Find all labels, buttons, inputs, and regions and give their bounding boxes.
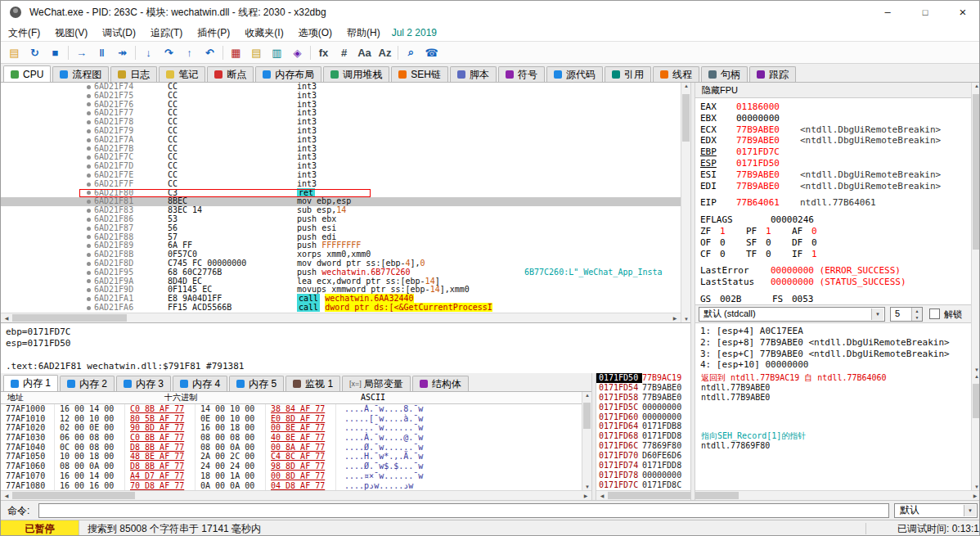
dump-row[interactable]: 77AF103006 00 08 00C0 8B AF 7708 00 08 0…: [1, 433, 582, 443]
pause-button[interactable]: ‖: [92, 43, 112, 62]
breakpoint-gutter[interactable]: [83, 244, 94, 248]
scroll-right-icon[interactable]: ▶: [670, 315, 680, 321]
breakpoint-gutter[interactable]: [83, 227, 94, 231]
restart-button[interactable]: ↻: [25, 43, 45, 62]
scrollbar-thumb[interactable]: [973, 94, 980, 250]
stack-row[interactable]: 0171FD5C00000000: [596, 403, 971, 412]
unlock-checkbox[interactable]: [929, 309, 940, 319]
tab-threads[interactable]: 线程: [653, 66, 699, 82]
calling-convention-select[interactable]: 默认 (stdcall)▼: [699, 307, 885, 322]
maximize-button[interactable]: □: [907, 1, 943, 24]
disasm-row[interactable]: 6AD21F75CCint3: [1, 92, 681, 101]
tab-breakpoints[interactable]: 断点: [207, 66, 254, 82]
stack-pane[interactable]: 0171FD5077B9AC19返回到 ntdll.77B9AC19 自 ntd…: [596, 373, 971, 490]
stack-row[interactable]: 0171FD5477B9ABE0ntdll.77B9ABE0: [596, 383, 971, 393]
disassembly-horizontal-scrollbar[interactable]: ◀ ▶: [1, 313, 681, 322]
tab-call-stack[interactable]: 调用堆栈: [323, 66, 389, 82]
dump-horizontal-scrollbar[interactable]: ◀ ▶: [1, 490, 591, 500]
tab-symbols[interactable]: 符号: [498, 66, 545, 82]
command-script-select[interactable]: 默认▼: [894, 503, 978, 518]
step-back-button[interactable]: ↶: [200, 43, 220, 62]
register-row[interactable]: LastError00000000 (ERROR_SUCCESS): [700, 265, 971, 277]
patches-button[interactable]: ▦: [226, 43, 246, 62]
bottom-tab-memory-1[interactable]: 内存 1: [3, 375, 58, 391]
disassembly-pane[interactable]: 6AD21F74CCint36AD21F75CCint36AD21F76CCin…: [1, 83, 681, 313]
dump-row[interactable]: 77AF102002 00 0E 0090 8D AF 7716 00 18 0…: [1, 423, 582, 433]
register-row[interactable]: EFLAGS00000246: [700, 214, 971, 226]
breakpoint-gutter[interactable]: [83, 129, 94, 133]
register-row[interactable]: EDX77B9ABE0<ntdll.DbgUiRemoteBreakin>: [700, 135, 971, 146]
close-button[interactable]: ×: [945, 1, 980, 24]
menu-trace[interactable]: 追踪(T): [143, 24, 190, 42]
breakpoint-gutter[interactable]: [83, 94, 94, 98]
menu-plugins[interactable]: 插件(P): [190, 24, 237, 42]
disassembly-vertical-scrollbar[interactable]: ▲ ▼: [681, 83, 690, 322]
breakpoint-gutter[interactable]: [83, 155, 94, 160]
bottom-tab-memory-3[interactable]: 内存 3: [116, 376, 171, 391]
scroll-left-icon[interactable]: ◀: [2, 493, 11, 498]
dump-row[interactable]: 77AF100016 00 14 00C0 8B AF 7714 00 10 0…: [1, 404, 582, 414]
attach-button[interactable]: ☎: [421, 43, 442, 62]
memory-dump-pane[interactable]: 77AF100016 00 14 00C0 8B AF 7714 00 10 0…: [1, 404, 582, 490]
dump-row[interactable]: 77AF106008 00 0A 00D8 8B AF 7724 00 24 0…: [1, 462, 582, 471]
stack-row[interactable]: 0171FD740171FDD8: [596, 461, 971, 471]
stack-horizontal-scrollbar[interactable]: ◀ ▶: [596, 490, 980, 500]
spin-up-icon[interactable]: ▲: [912, 308, 922, 314]
find-references-button[interactable]: Az: [375, 43, 395, 62]
menu-favourites[interactable]: 收藏夹(I): [237, 24, 290, 42]
bottom-tab-watch-1[interactable]: 监视 1: [285, 376, 340, 391]
breakpoint-gutter[interactable]: [83, 146, 94, 151]
registers-list[interactable]: EAX01186000EBX00000000ECX77B9ABE0<ntdll.…: [695, 98, 971, 304]
scroll-up-icon[interactable]: ▲: [972, 83, 980, 88]
tab-seh-chain[interactable]: SEH链: [391, 66, 448, 82]
scrollbar-thumb[interactable]: [12, 492, 135, 499]
register-row[interactable]: ZF1PF1AF0: [700, 226, 971, 237]
hide-fpu-button[interactable]: 隐藏FPU: [695, 83, 971, 98]
execute-till-return-button[interactable]: ↑: [179, 43, 200, 62]
register-row[interactable]: EAX01186000: [700, 101, 971, 113]
scroll-down-icon[interactable]: ▼: [972, 367, 980, 372]
tab-script[interactable]: 脚本: [450, 66, 497, 82]
scroll-down-icon[interactable]: ▼: [972, 484, 980, 489]
breakpoint-gutter[interactable]: [83, 102, 94, 106]
search-button[interactable]: ⌕: [401, 43, 421, 62]
step-into-button[interactable]: ↓: [138, 43, 159, 62]
tab-handles[interactable]: 句柄: [701, 66, 748, 82]
step-over-button[interactable]: ↷: [159, 43, 179, 62]
spin-down-icon[interactable]: ▼: [912, 314, 922, 321]
breakpoint-gutter[interactable]: [83, 262, 94, 266]
scrollbar-thumb[interactable]: [12, 314, 127, 322]
breakpoint-gutter[interactable]: [83, 111, 94, 115]
breakpoint-gutter[interactable]: [83, 271, 94, 275]
scroll-right-icon[interactable]: ▶: [581, 493, 591, 498]
comments-button[interactable]: ▤: [246, 43, 267, 62]
breakpoint-gutter[interactable]: [83, 200, 94, 204]
tab-trace[interactable]: 跟踪: [749, 66, 796, 82]
disasm-row[interactable]: 6AD21F7ACCint3: [1, 136, 681, 145]
scroll-up-icon[interactable]: ▲: [972, 374, 980, 379]
scroll-left-icon[interactable]: ◀: [597, 493, 607, 498]
scrollbar-thumb[interactable]: [583, 403, 591, 429]
disasm-row[interactable]: 6AD21F7FCCint3: [1, 180, 681, 189]
bottom-tab-memory-4[interactable]: 内存 4: [173, 376, 227, 391]
breakpoint-gutter[interactable]: [83, 288, 94, 292]
breakpoint-gutter[interactable]: [83, 253, 94, 257]
register-row[interactable]: CF0TF0IF1: [700, 249, 971, 260]
menu-debug[interactable]: 调试(D): [95, 24, 143, 42]
bottom-tab-memory-5[interactable]: 内存 5: [229, 376, 284, 391]
breakpoint-gutter[interactable]: [83, 279, 94, 283]
tab-log[interactable]: 日志: [110, 66, 157, 82]
argument-row[interactable]: 2: [esp+8] 77B9ABE0 <ntdll.DbgUiRemoteBr…: [700, 337, 971, 349]
tab-memory-map[interactable]: 内存布局: [255, 66, 321, 82]
register-row[interactable]: LastStatus00000000 (STATUS_SUCCESS): [700, 277, 971, 288]
scroll-right-icon[interactable]: ▶: [970, 493, 980, 498]
scrollbar-thumb[interactable]: [682, 94, 690, 142]
calculator-button[interactable]: fx: [313, 43, 334, 62]
disasm-row[interactable]: 6AD21F8756push esi: [1, 224, 681, 233]
disasm-row[interactable]: 6AD21FA6FF15 ACD5566Bcall dword ptr ds:[…: [1, 304, 681, 313]
open-file-button[interactable]: ▤: [4, 43, 25, 62]
dump-stack-splitter[interactable]: [591, 373, 596, 500]
tab-notes[interactable]: 笔记: [159, 66, 205, 82]
dump-row[interactable]: 77AF105010 00 18 0048 8E AF 772A 00 2C 0…: [1, 452, 582, 462]
tab-references[interactable]: 引用: [605, 66, 651, 82]
